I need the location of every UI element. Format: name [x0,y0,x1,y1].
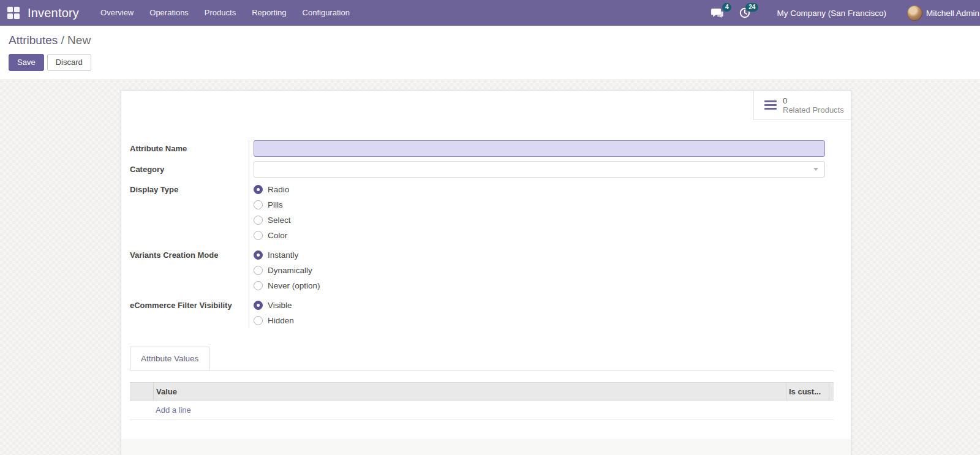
form-fields: Attribute Name Category Display Type [130,140,825,328]
handle-column-header [130,383,153,400]
ecommerce-visibility-option-hidden[interactable]: Hidden [254,313,825,328]
list-header-row: Value Is cust... [130,382,834,400]
form-view-background: 0 Related Products Attribute Name Catego… [0,80,980,455]
category-label: Category [130,161,249,182]
activities-badge: 24 [745,3,758,12]
company-switcher[interactable]: My Company (San Francisco) [777,9,886,18]
list-icon [764,100,777,110]
menu-configuration[interactable]: Configuration [295,0,358,26]
display-type-option-radio[interactable]: Radio [254,182,825,197]
related-products-label: Related Products [783,105,844,115]
menu-reporting[interactable]: Reporting [244,0,294,26]
app-name[interactable]: Inventory [28,6,79,20]
add-a-line-row: Add a line [130,400,834,420]
variants-mode-option-instantly[interactable]: Instantly [254,247,825,263]
radio-button-checked[interactable] [254,301,263,310]
variants-mode-option-dynamically[interactable]: Dynamically [254,263,825,278]
ecommerce-visibility-option-visible[interactable]: Visible [254,298,825,313]
user-menu[interactable]: Mitchell Admin [902,0,980,26]
activities-button[interactable]: 24 [731,0,758,26]
control-panel: Attributes / New Save Discard [0,26,980,80]
related-products-stat-button[interactable]: 0 Related Products [753,91,851,120]
radio-button[interactable] [254,281,263,290]
notebook-tabs: Attribute Values [130,346,834,371]
is-custom-column-header[interactable]: Is cust... [786,383,829,400]
variants-creation-mode-row: Variants Creation Mode Instantly Dynamic… [130,247,825,298]
ecommerce-filter-visibility-label: eCommerce Filter Visibility [130,298,249,328]
breadcrumb-new: New [67,34,91,47]
ecommerce-filter-visibility-row: eCommerce Filter Visibility Visible Hidd… [130,298,825,328]
variants-mode-option-never[interactable]: Never (option) [254,278,825,293]
attribute-name-input[interactable] [254,140,825,157]
variants-creation-mode-label: Variants Creation Mode [130,247,249,298]
app-menus: Overview Operations Products Reporting C… [92,0,358,26]
navbar-systray: 4 24 My Company (San Francisco) Mitchell… [704,0,980,26]
attribute-name-row: Attribute Name [130,140,825,161]
breadcrumb-separator: / [61,34,64,47]
save-button[interactable]: Save [9,54,44,71]
radio-button-checked[interactable] [254,185,263,194]
category-select[interactable] [254,161,825,178]
messages-badge: 4 [722,3,732,12]
menu-overview[interactable]: Overview [92,0,141,26]
attribute-name-label: Attribute Name [130,140,249,161]
radio-button[interactable] [254,316,263,325]
top-navbar: Inventory Overview Operations Products R… [0,0,980,26]
add-a-line-link[interactable]: Add a line [156,405,191,415]
display-type-option-pills[interactable]: Pills [254,197,825,212]
value-column-header[interactable]: Value [153,383,786,400]
display-type-label: Display Type [130,182,249,247]
radio-button[interactable] [254,216,263,225]
menu-products[interactable]: Products [197,0,244,26]
control-panel-buttons: Save Discard [9,54,971,71]
trailing-column-header [829,383,834,400]
related-products-count: 0 [783,96,844,105]
radio-button[interactable] [254,231,263,240]
display-type-option-color[interactable]: Color [254,228,825,243]
avatar [907,6,922,21]
display-type-option-select[interactable]: Select [254,212,825,228]
chevron-down-icon [813,168,818,171]
discard-button[interactable]: Discard [47,54,91,71]
apps-menu-icon[interactable] [7,7,20,19]
display-type-row: Display Type Radio Pills Select [130,182,825,247]
radio-button-checked[interactable] [254,250,263,260]
sheet-bottom-filler [121,440,851,455]
category-row: Category [130,161,825,182]
user-name: Mitchell Admin [926,9,980,18]
breadcrumb-attributes[interactable]: Attributes [9,34,58,47]
radio-button[interactable] [254,266,263,275]
messages-button[interactable]: 4 [704,0,731,26]
menu-operations[interactable]: Operations [141,0,197,26]
radio-button[interactable] [254,200,263,209]
breadcrumb: Attributes / New [9,34,971,47]
attribute-values-list: Value Is cust... Add a line [130,382,834,420]
tab-attribute-values[interactable]: Attribute Values [130,347,209,370]
form-sheet: 0 Related Products Attribute Name Catego… [121,90,851,455]
